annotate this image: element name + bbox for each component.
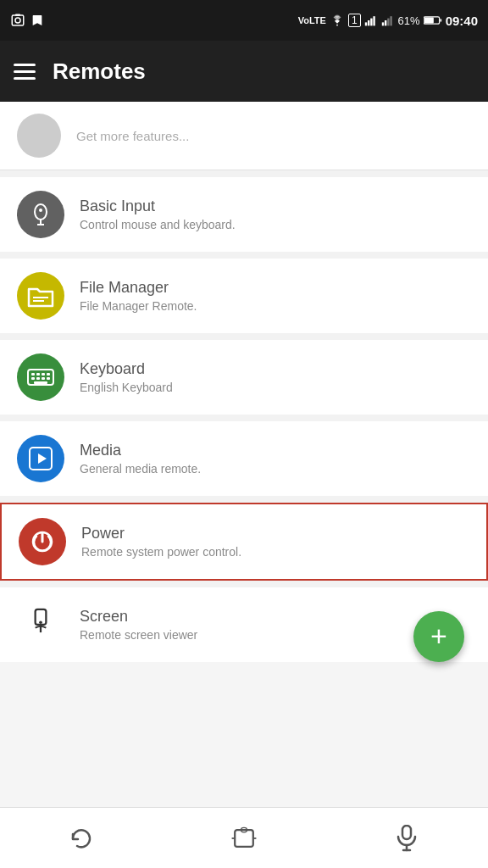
list-item-partial[interactable]: Get more features... xyxy=(0,102,488,170)
fab-plus-icon: + xyxy=(430,621,447,650)
svg-rect-2 xyxy=(15,14,20,16)
mic-icon xyxy=(396,825,418,852)
keyboard-text: Keyboard English Keyboard xyxy=(80,360,173,394)
media-title: Media xyxy=(80,442,201,459)
file-manager-subtitle: File Manager Remote. xyxy=(80,299,197,313)
status-bar: VoLTE 1 61% 09:40 xyxy=(0,0,488,41)
media-subtitle: General media remote. xyxy=(80,462,201,476)
screen-subtitle: Remote screen viewer xyxy=(80,628,197,642)
keyboard-icon xyxy=(17,353,64,401)
battery-icon xyxy=(424,15,442,25)
keyboard-subtitle: English Keyboard xyxy=(80,381,173,394)
svg-rect-5 xyxy=(370,19,372,26)
svg-rect-40 xyxy=(402,826,411,839)
wifi-icon xyxy=(330,14,345,26)
svg-rect-10 xyxy=(390,16,391,25)
device-nav-button[interactable] xyxy=(219,813,269,864)
file-manager-icon xyxy=(17,272,64,320)
media-icon xyxy=(17,435,64,482)
sim-slot: 1 xyxy=(348,14,361,27)
signal-bars-1 xyxy=(364,14,378,26)
screen-title: Screen xyxy=(80,608,197,626)
page-title: Remotes xyxy=(53,58,146,85)
svg-rect-27 xyxy=(42,377,45,380)
remotes-list: Get more features... Basic Input Control… xyxy=(0,102,488,662)
time-display: 09:40 xyxy=(446,14,478,28)
basic-input-icon xyxy=(17,191,64,238)
svg-rect-22 xyxy=(36,373,40,376)
basic-input-subtitle: Control mouse and keyboard. xyxy=(80,218,236,231)
bookmark-icon xyxy=(30,13,44,28)
svg-rect-13 xyxy=(440,19,441,21)
svg-rect-25 xyxy=(31,377,35,380)
basic-input-title: Basic Input xyxy=(80,198,236,215)
file-manager-text: File Manager File Manager Remote. xyxy=(80,279,197,313)
list-item-keyboard[interactable]: Keyboard English Keyboard xyxy=(0,340,488,415)
power-subtitle: Remote system power control. xyxy=(81,545,241,559)
file-manager-title: File Manager xyxy=(80,279,197,297)
mic-nav-button[interactable] xyxy=(381,813,432,864)
svg-rect-23 xyxy=(42,373,45,376)
svg-rect-26 xyxy=(36,377,40,380)
hamburger-menu-button[interactable] xyxy=(14,64,36,80)
power-title: Power xyxy=(81,525,241,542)
status-bar-left-icons xyxy=(10,13,44,28)
svg-rect-3 xyxy=(364,22,366,25)
svg-marker-31 xyxy=(38,453,47,464)
svg-rect-7 xyxy=(381,22,383,25)
basic-input-text: Basic Input Control mouse and keyboard. xyxy=(80,198,236,231)
toolbar: Remotes xyxy=(0,41,488,102)
svg-rect-9 xyxy=(387,19,389,26)
svg-rect-4 xyxy=(368,20,369,25)
svg-rect-0 xyxy=(12,15,24,25)
status-bar-right: VoLTE 1 61% 09:40 xyxy=(298,14,478,28)
svg-point-15 xyxy=(39,209,42,212)
list-item-media[interactable]: Media General media remote. xyxy=(0,421,488,496)
svg-point-1 xyxy=(15,18,20,23)
svg-rect-24 xyxy=(47,373,50,376)
add-remote-fab[interactable]: + xyxy=(413,611,464,662)
signal-bars-2 xyxy=(381,14,395,26)
svg-rect-12 xyxy=(424,18,433,24)
svg-rect-21 xyxy=(31,373,35,376)
svg-point-35 xyxy=(39,620,42,624)
bottom-navigation xyxy=(0,807,488,868)
photo-icon xyxy=(10,13,25,28)
keyboard-title: Keyboard xyxy=(80,360,173,378)
svg-rect-29 xyxy=(34,381,47,384)
power-icon xyxy=(19,518,66,565)
partial-text: Get more features... xyxy=(76,129,189,143)
volte-indicator: VoLTE xyxy=(298,15,326,25)
refresh-icon xyxy=(69,826,94,851)
svg-rect-8 xyxy=(385,20,386,25)
list-item-screen[interactable]: Screen Remote screen viewer + xyxy=(0,587,488,662)
screen-text: Screen Remote screen viewer xyxy=(80,608,197,642)
list-item-power[interactable]: Power Remote system power control. xyxy=(0,503,488,581)
battery-percent: 61% xyxy=(398,14,420,27)
list-item-file-manager[interactable]: File Manager File Manager Remote. xyxy=(0,259,488,333)
svg-rect-28 xyxy=(47,377,50,380)
screen-icon xyxy=(17,601,64,648)
list-item-basic-input[interactable]: Basic Input Control mouse and keyboard. xyxy=(0,177,488,252)
refresh-nav-button[interactable] xyxy=(56,813,107,864)
power-text: Power Remote system power control. xyxy=(81,525,241,559)
svg-rect-6 xyxy=(373,16,374,25)
media-text: Media General media remote. xyxy=(80,442,201,476)
partial-icon xyxy=(17,114,61,158)
device-icon xyxy=(229,826,259,851)
